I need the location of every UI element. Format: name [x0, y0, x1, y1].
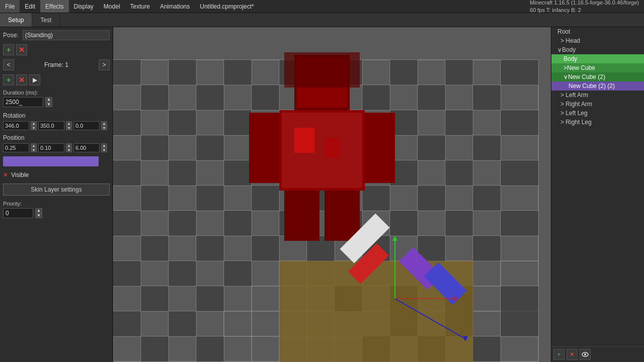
svg-rect-53: [141, 135, 169, 160]
remove-node-button[interactable]: ✕: [567, 349, 578, 360]
menu-project[interactable]: Untitled.cpmproject*: [195, 0, 259, 13]
svg-rect-104: [141, 336, 169, 361]
rot-x-down[interactable]: ▼: [31, 126, 37, 130]
svg-rect-82: [501, 211, 538, 236]
tab-bar: Setup Test: [0, 13, 644, 27]
rot-y-up[interactable]: ▲: [66, 121, 72, 126]
svg-rect-35: [390, 60, 418, 85]
remove-frame-button[interactable]: ✕: [16, 74, 27, 85]
priority-input[interactable]: [3, 208, 33, 218]
svg-rect-42: [362, 85, 390, 110]
position-x-input[interactable]: [3, 143, 29, 152]
color-picker[interactable]: [3, 156, 99, 166]
pose-label: Pose:: [3, 32, 19, 39]
pos-z-down[interactable]: ▼: [101, 148, 107, 152]
svg-rect-61: [169, 160, 196, 186]
pos-y-down[interactable]: ▼: [66, 148, 72, 152]
tree-item-body-group[interactable]: ∨Body: [551, 45, 644, 54]
svg-rect-45: [113, 110, 141, 135]
tree-item-new-cube[interactable]: >New Cube: [551, 63, 644, 72]
skin-layer-button[interactable]: Skin Layer settings: [3, 184, 110, 196]
pos-y-up[interactable]: ▲: [66, 143, 72, 148]
menu-animations[interactable]: Animations: [155, 0, 195, 13]
rotation-z-input[interactable]: [73, 121, 100, 130]
rotation-label: Rotation: [3, 112, 110, 119]
svg-rect-131: [325, 191, 360, 241]
pos-z-up[interactable]: ▲: [101, 143, 107, 148]
left-panel: Pose: (Standing) + ✕ < Frame: 1 > + ✕ ▶ …: [0, 27, 113, 362]
menu-edit[interactable]: Edit: [20, 0, 40, 13]
pose-select[interactable]: (Standing): [23, 30, 110, 40]
rotation-row: ▲ ▼ ▲ ▼ ▲ ▼: [3, 121, 110, 130]
menu-file[interactable]: File: [0, 0, 20, 13]
rot-z-down[interactable]: ▼: [101, 126, 107, 130]
svg-rect-62: [224, 160, 252, 186]
add-animation-button[interactable]: +: [3, 44, 14, 55]
prev-frame-button[interactable]: <: [3, 59, 14, 70]
rotation-y-input[interactable]: [38, 121, 64, 130]
duration-down[interactable]: ▼: [45, 102, 52, 107]
next-frame-button[interactable]: >: [99, 59, 110, 70]
rot-z-spinner: ▲ ▼: [101, 121, 107, 130]
tab-test[interactable]: Test: [32, 13, 60, 27]
menu-texture[interactable]: Texture: [125, 0, 155, 13]
duration-input[interactable]: [3, 97, 43, 107]
svg-rect-46: [169, 110, 196, 135]
tree-item-root[interactable]: Root: [551, 27, 644, 36]
priority-down[interactable]: ▼: [35, 213, 42, 218]
tree-item-head[interactable]: > Head: [551, 36, 644, 45]
add-frame-button[interactable]: +: [3, 74, 14, 85]
svg-rect-39: [196, 85, 224, 110]
menu-display[interactable]: Display: [69, 0, 99, 13]
svg-rect-83: [141, 236, 169, 261]
right-panel: Root > Head ∨Body Body >New Cube ∨New Cu…: [551, 27, 644, 362]
position-y-input[interactable]: [38, 143, 64, 152]
menu-model[interactable]: Model: [99, 0, 125, 13]
priority-up[interactable]: ▲: [35, 208, 42, 213]
svg-rect-85: [252, 236, 279, 261]
duration-up[interactable]: ▲: [45, 97, 52, 102]
right-panel-bottom: + ✕: [551, 346, 644, 362]
viewport[interactable]: [113, 27, 551, 362]
tree-item-body[interactable]: Body: [551, 54, 644, 63]
pos-x-spinner: ▲ ▼: [31, 143, 37, 152]
tree-item-new-cube-2-2[interactable]: New Cube (2) (2): [551, 81, 644, 90]
svg-rect-38: [141, 85, 169, 110]
rot-x-up[interactable]: ▲: [31, 121, 37, 126]
main-area: Pose: (Standing) + ✕ < Frame: 1 > + ✕ ▶ …: [0, 27, 644, 362]
tab-setup[interactable]: Setup: [0, 13, 32, 27]
visibility-toggle[interactable]: [580, 349, 591, 360]
pos-x-down[interactable]: ▼: [31, 148, 37, 152]
visible-row: ✕ Visible: [3, 171, 110, 178]
tree-item-left-leg[interactable]: > Left Leg: [551, 109, 644, 118]
remove-animation-button[interactable]: ✕: [16, 44, 27, 55]
rot-z-up[interactable]: ▲: [101, 121, 107, 126]
tree-item-right-arm[interactable]: > Right Arm: [551, 100, 644, 109]
svg-rect-43: [418, 85, 445, 110]
svg-rect-30: [113, 60, 141, 85]
tree-item-right-leg[interactable]: > Right Leg: [551, 118, 644, 127]
frame-row: < Frame: 1 >: [3, 59, 110, 70]
duration-spinner: ▲ ▼: [45, 97, 52, 107]
tree-item-left-arm[interactable]: > Left Arm: [551, 90, 644, 100]
frame-control-buttons: + ✕ ▶: [3, 74, 110, 85]
svg-rect-47: [224, 110, 252, 135]
visible-x-icon: ✕: [3, 171, 8, 178]
rotation-x-input[interactable]: [3, 121, 29, 130]
menu-effects[interactable]: Effects: [40, 0, 68, 13]
svg-rect-58: [418, 135, 445, 160]
svg-rect-60: [113, 160, 141, 186]
rot-y-down[interactable]: ▼: [66, 126, 72, 130]
pos-x-up[interactable]: ▲: [31, 143, 37, 148]
svg-rect-99: [113, 311, 141, 336]
svg-rect-127: [325, 138, 340, 158]
svg-rect-76: [169, 211, 196, 236]
pos-z-spinner: ▲ ▼: [101, 143, 107, 152]
play-button[interactable]: ▶: [29, 74, 40, 85]
position-z-input[interactable]: [73, 143, 100, 152]
svg-rect-31: [169, 60, 196, 85]
svg-rect-90: [113, 261, 141, 286]
svg-rect-125: [282, 113, 362, 188]
add-node-button[interactable]: +: [553, 349, 565, 360]
tree-item-new-cube-2[interactable]: ∨New Cube (2): [551, 72, 644, 81]
